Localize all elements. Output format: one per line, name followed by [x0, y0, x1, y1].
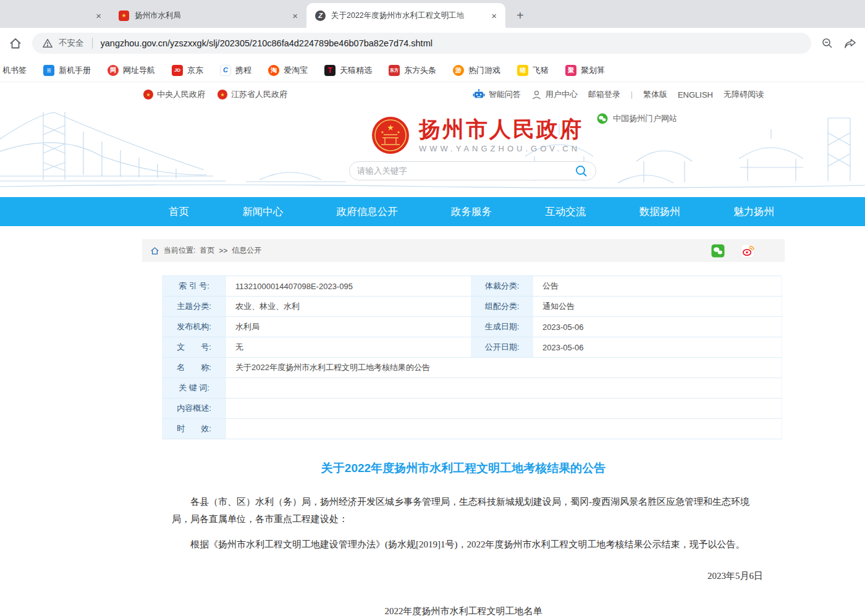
meta-value-doc-number: 无	[226, 337, 471, 358]
link-traditional-chinese[interactable]: 繁体版	[643, 89, 667, 100]
link-user-center[interactable]: 用户中心	[531, 89, 578, 100]
bookmark-mobile[interactable]: 机书签	[2, 65, 27, 76]
bookmark-games[interactable]: 游 热门游戏	[453, 65, 500, 76]
meta-value-created-date: 2023-05-06	[533, 317, 782, 337]
bookmarks-bar: 机书签 ≡ 新机手册 网 网址导航 JD 京东 C 携程 淘 爱淘宝 T 天猫精…	[0, 59, 865, 82]
bookmark-icon: T	[324, 65, 335, 76]
article-title: 关于2022年度扬州市水利工程文明工地考核结果的公告	[142, 460, 785, 476]
breadcrumb-current[interactable]: 信息公开	[232, 245, 261, 256]
tab-title: 扬州市水利局	[135, 11, 284, 21]
nav-home[interactable]: 首页	[169, 205, 189, 219]
tab-close-icon[interactable]: ×	[93, 11, 104, 20]
site-logo[interactable]: ★ ★ ★ 扬州市人民政府 WWW.YANGZHOU.GOV.CN	[371, 116, 583, 155]
document-meta-table: 索 引 号: 11321000014407098E-2023-095 体裁分类:…	[162, 276, 782, 439]
wechat-share-icon[interactable]	[711, 244, 725, 258]
link-email-login[interactable]: 邮箱登录	[588, 89, 620, 100]
meta-value-index-number: 11321000014407098E-2023-095	[226, 276, 471, 297]
security-label[interactable]: 不安全	[59, 38, 84, 49]
tab-yangzhou-water-bureau[interactable]: ★ 扬州市水利局 ×	[110, 3, 306, 28]
gov-links-bar: ★ 中央人民政府 ★ 江苏省人民政府 智能问答	[0, 82, 865, 107]
bookmark-juhuasuan[interactable]: 聚 聚划算	[565, 65, 605, 76]
svg-text:★: ★	[397, 130, 400, 134]
link-smart-qa[interactable]: 智能问答	[473, 89, 521, 100]
link-jiangsu-government[interactable]: ★ 江苏省人民政府	[217, 89, 287, 100]
bookmark-fliggy[interactable]: 猪 飞猪	[517, 65, 549, 76]
article-date: 2023年5月6日	[142, 570, 785, 582]
meta-value-summary	[226, 399, 782, 419]
address-bar[interactable]: 不安全 yangzhou.gov.cn/yzszxxgk/slj/202305/…	[32, 33, 811, 54]
browser-tab-strip: × ★ 扬州市水利局 × Z 关于2022年度扬州市水利工程文明工地 × +	[0, 0, 865, 28]
bookmark-label: 新机手册	[59, 65, 91, 76]
site-name: 扬州市人民政府	[419, 117, 583, 142]
national-emblem-favicon: ★	[119, 11, 129, 21]
breadcrumb-home-link[interactable]: 首页	[200, 245, 214, 256]
bookmark-jd[interactable]: JD 京东	[172, 65, 203, 76]
announcement-article: 关于2022年度扬州市水利工程文明工地考核结果的公告 各县（市、区）水利（务）局…	[142, 460, 785, 616]
bookmark-label: 东方头条	[404, 65, 436, 76]
breadcrumb-home-icon	[150, 247, 159, 255]
search-icon[interactable]	[575, 164, 588, 178]
breadcrumb: 当前位置: 首页 >> 信息公开	[142, 239, 785, 262]
nav-news-center[interactable]: 新闻中心	[242, 205, 283, 219]
bookmark-toutiao[interactable]: 东方 东方头条	[389, 65, 436, 76]
meta-label: 发布机构:	[162, 317, 226, 337]
new-tab-button[interactable]: +	[512, 9, 529, 23]
meta-label: 组配分类:	[471, 297, 533, 317]
warning-icon	[42, 38, 53, 49]
gov-links-separator: |	[631, 90, 633, 99]
gov-link-label: 江苏省人民政府	[231, 89, 287, 100]
nav-interaction[interactable]: 互动交流	[545, 205, 586, 219]
bookmark-label: 京东	[187, 65, 203, 76]
meta-label: 体裁分类:	[471, 276, 533, 297]
wechat-portal-icon	[597, 113, 608, 124]
national-emblem-icon: ★	[217, 90, 227, 99]
meta-value-category: 通知公告	[533, 297, 782, 317]
tab-active-announcement[interactable]: Z 关于2022年度扬州市水利工程文明工地 ×	[306, 3, 505, 28]
zoom-out-icon[interactable]	[821, 37, 833, 49]
meta-value-publish-date: 2023-05-06	[533, 337, 782, 358]
nav-charming-yangzhou[interactable]: 魅力扬州	[733, 205, 774, 219]
bookmark-icon: 东方	[389, 65, 400, 76]
svg-text:★: ★	[387, 123, 394, 132]
svg-text:★: ★	[381, 130, 384, 134]
bookmark-label: 网址导航	[123, 65, 155, 76]
bookmark-icon: 聚	[565, 65, 576, 76]
meta-label: 索 引 号:	[162, 276, 226, 297]
home-icon[interactable]	[9, 36, 22, 50]
tab-leftmost-partial[interactable]: ×	[0, 3, 110, 28]
share-icon[interactable]	[843, 37, 856, 50]
meta-value-validity	[226, 419, 782, 439]
bookmark-icon: 猪	[517, 65, 528, 76]
browser-toolbar: 不安全 yangzhou.gov.cn/yzszxxgk/slj/202305/…	[0, 28, 865, 59]
tab-close-icon[interactable]: ×	[489, 11, 499, 20]
link-english[interactable]: ENGLISH	[678, 90, 713, 99]
site-banner: ★ ★ ★ 扬州市人民政府 WWW.YANGZHOU.GOV.CN 中国扬州门户…	[0, 107, 865, 197]
worksite-list-title: 2022年度扬州市水利工程文明工地名单	[142, 605, 785, 616]
weibo-share-icon[interactable]	[741, 244, 754, 258]
nav-info-disclosure[interactable]: 政府信息公开	[337, 205, 398, 219]
meta-label: 生成日期:	[471, 317, 533, 337]
url-text[interactable]: yangzhou.gov.cn/yzszxxgk/slj/202305/210c…	[101, 38, 432, 48]
bookmark-label: 天猫精选	[340, 65, 372, 76]
link-central-government[interactable]: ★ 中央人民政府	[143, 89, 205, 100]
breadcrumb-prefix: 当前位置:	[164, 245, 195, 256]
bookmark-taobao[interactable]: 淘 爱淘宝	[268, 65, 308, 76]
nav-gov-services[interactable]: 政务服务	[451, 205, 492, 219]
bookmark-ctrip[interactable]: C 携程	[220, 65, 251, 76]
search-input[interactable]	[357, 166, 575, 175]
meta-label: 名 称:	[162, 358, 226, 378]
gov-link-label: 用户中心	[546, 89, 578, 100]
breadcrumb-separator: >>	[219, 247, 227, 255]
meta-label: 内容概述:	[162, 399, 226, 419]
gov-link-label: 中央人民政府	[157, 89, 205, 100]
link-accessibility[interactable]: 无障碍阅读	[724, 89, 764, 100]
national-emblem-logo: ★ ★ ★	[371, 116, 410, 155]
nav-data-yangzhou[interactable]: 数据扬州	[639, 205, 680, 219]
gov-link-label: 智能问答	[489, 89, 521, 100]
bookmark-manual[interactable]: ≡ 新机手册	[43, 65, 91, 76]
tab-close-icon[interactable]: ×	[290, 11, 300, 20]
bookmark-icon: JD	[172, 65, 183, 76]
bookmark-tmall[interactable]: T 天猫精选	[324, 65, 372, 76]
bookmark-nav-site[interactable]: 网 网址导航	[108, 65, 155, 76]
portal-link[interactable]: 中国扬州门户网站	[597, 113, 677, 124]
